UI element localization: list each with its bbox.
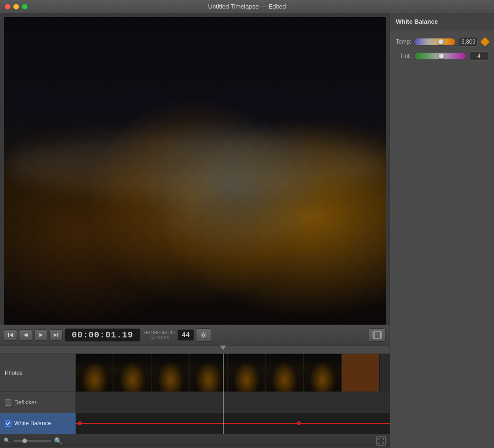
close-button[interactable] [5,4,10,9]
film-thumb-1 [76,354,114,392]
tint-slider-thumb [438,53,444,59]
total-time: 00:00:03.17 [144,330,176,336]
timecode-display: 00:00:01.19 [65,328,140,342]
film-thumb-4 [190,354,228,392]
go-to-end-button[interactable] [49,329,63,341]
white-balance-track-label: White Balance [0,413,76,434]
svg-rect-14 [380,333,381,334]
playhead-triangle [220,345,226,350]
film-thumb-3 [152,354,190,392]
panel-header: White Balance [390,13,494,30]
deflicker-checkbox[interactable] [5,399,11,406]
wb-checkbox-container: White Balance [5,420,51,427]
temp-label: Temp: [396,38,411,45]
filmstrip [76,354,390,392]
film-thumb-8 [342,354,380,392]
temp-slider[interactable] [415,38,455,45]
fullscreen-button[interactable] [376,436,386,446]
svg-rect-13 [374,336,374,337]
filmstrip-icon [373,331,382,339]
play-button[interactable] [34,329,47,341]
zoom-in-button[interactable]: 🔍 [54,437,62,445]
go-to-start-button[interactable] [4,329,17,341]
tint-row: Tint: 4 [396,51,488,61]
white-balance-panel: White Balance Temp: 3,809 Tint: 4 [390,13,494,448]
photos-label-text: Photos [5,370,22,376]
timeline-area: Photos [0,345,390,448]
wb-keyframe-start[interactable] [78,421,82,425]
bottom-bar: 🔍 🔍 [0,434,390,447]
photos-track-label: Photos [0,354,76,392]
zoom-out-button[interactable]: 🔍 [4,438,10,444]
film-thumb-5 [228,354,266,392]
frame-count: 44 [177,329,194,341]
filmstrip-view-button[interactable] [369,328,386,342]
gear-icon [200,332,207,338]
video-frame [4,17,386,325]
zoom-slider[interactable] [13,440,51,442]
svg-rect-15 [380,335,381,336]
ruler-marks [76,345,390,354]
white-balance-line [76,423,390,424]
step-back-button[interactable] [19,329,32,341]
checkmark-icon [6,421,10,426]
svg-rect-16 [380,336,381,337]
tint-slider[interactable] [415,53,466,59]
temp-value[interactable]: 3,809 [459,37,478,47]
fullscreen-icon [378,438,384,444]
white-balance-track-content[interactable] [76,413,390,434]
photos-track: Photos [0,354,390,392]
deflicker-track: Deflicker [0,392,390,413]
temp-row: Temp: 3,809 [396,37,488,47]
temp-keyframe-button[interactable] [480,37,490,47]
deflicker-label-text: Deflicker [14,399,37,406]
svg-marker-4 [39,333,43,337]
svg-rect-5 [57,333,58,337]
maximize-button[interactable] [22,4,28,9]
photos-track-content[interactable] [76,354,390,392]
tint-value[interactable]: 4 [469,51,488,61]
white-balance-track: White Balance [0,413,390,434]
main-area: 00:00:01.19 00:00:03.17 at 25 FPS 44 [0,13,494,448]
svg-marker-6 [54,333,57,337]
traffic-lights [5,4,28,9]
deflicker-track-label: Deflicker [0,392,76,413]
window-title: Untitled Timelapse — Edited [208,3,286,10]
svg-marker-1 [9,333,13,337]
film-thumb-7 [304,354,342,392]
film-thumb-2 [114,354,152,392]
svg-rect-12 [374,335,374,336]
svg-rect-11 [374,333,374,334]
film-thumb-6 [266,354,304,392]
svg-rect-0 [8,333,9,337]
timecode-sub: 00:00:03.17 at 25 FPS [144,330,176,340]
go-to-start-icon [8,332,13,338]
deflicker-track-content[interactable] [76,392,390,413]
transport-bar: 00:00:01.19 00:00:03.17 at 25 FPS 44 [0,325,390,345]
svg-point-7 [202,334,205,336]
video-preview [4,17,386,325]
zoom-slider-thumb [22,439,27,443]
temp-slider-thumb [438,39,444,45]
step-back-icon [23,332,28,338]
panel-body: Temp: 3,809 Tint: 4 [390,30,494,67]
title-bar: Untitled Timelapse — Edited [0,0,494,13]
wb-label-text: White Balance [14,420,51,427]
settings-button[interactable] [196,328,211,342]
go-to-end-icon [53,332,59,338]
panel-title: White Balance [396,18,438,25]
left-area: 00:00:01.19 00:00:03.17 at 25 FPS 44 [0,13,390,448]
minimize-button[interactable] [13,4,19,9]
white-balance-checkbox[interactable] [5,420,11,427]
play-icon [38,332,44,338]
deflicker-checkbox-container: Deflicker [5,399,37,406]
timeline-ruler[interactable] [0,345,390,354]
wb-keyframe-mid[interactable] [297,421,301,425]
fps-display: at 25 FPS [150,336,169,340]
tint-label: Tint: [396,53,411,59]
